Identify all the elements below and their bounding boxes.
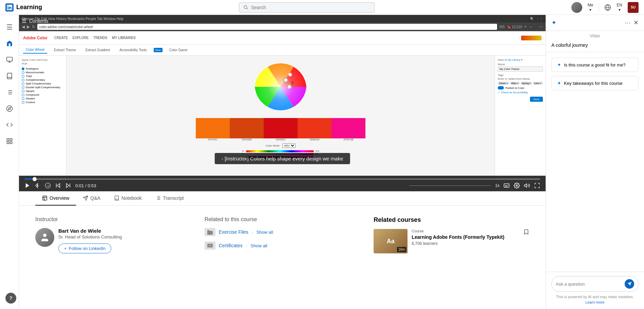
ai-header: ✦ xyxy=(551,19,556,26)
globe-icon xyxy=(604,4,611,11)
me-menu[interactable]: Me ▾ xyxy=(588,3,593,12)
search-input[interactable] xyxy=(251,5,370,10)
skip-back-button[interactable] xyxy=(55,182,61,189)
progress-bar[interactable] xyxy=(24,178,540,180)
volume-button[interactable] xyxy=(524,182,530,189)
fullscreen-button[interactable] xyxy=(534,182,540,189)
swatch-2 xyxy=(230,118,264,138)
tab-overview[interactable]: Overview xyxy=(35,191,76,206)
adobe-tabs: Color Wheel Extract Theme Extract Gradie… xyxy=(19,45,546,56)
controls-row: 30 0:01 / 0:53 ———————————————————— 1x xyxy=(24,182,540,189)
time-display: 0:01 / 0:53 xyxy=(75,183,96,188)
sidebar-home-icon[interactable] xyxy=(3,37,16,50)
subtitle-overlay: - [Instructor] Colors help shape every d… xyxy=(215,153,350,164)
settings-button[interactable] xyxy=(514,182,520,189)
exercise-files-link[interactable]: Exercise Files xyxy=(219,229,248,235)
course-save-button[interactable] xyxy=(523,229,529,253)
sidebar-learning-icon[interactable] xyxy=(3,53,16,66)
course-thumbnail: Aa 16m xyxy=(374,229,408,253)
language-menu[interactable]: EN ▾ xyxy=(617,3,622,12)
sidebar-list-icon[interactable] xyxy=(3,85,16,99)
sidebar-explore-icon[interactable] xyxy=(3,102,16,115)
skip-forward-button[interactable] xyxy=(65,182,71,189)
left-sidebar: ☰ xyxy=(0,15,19,309)
exercise-files-show-all[interactable]: Show all xyxy=(257,230,273,235)
svg-marker-11 xyxy=(8,107,11,110)
instructor-title: Sr. Head of Solutions Consulting xyxy=(58,234,122,239)
certificates-link[interactable]: Certificates xyxy=(219,243,243,248)
ask-send-button[interactable] xyxy=(625,279,634,289)
contents-menu-icon[interactable]: ☰ xyxy=(22,18,26,24)
adobe-nav: Adobe Color CREATE EXPLORE TRENDS MY LIB… xyxy=(19,31,546,45)
course-badge: Course xyxy=(412,229,519,233)
folder-icon xyxy=(205,228,215,236)
certificates-show-all[interactable]: Show all xyxy=(251,243,267,248)
svg-point-39 xyxy=(516,185,518,187)
adobe-save-button[interactable]: Save xyxy=(530,97,543,102)
follow-button[interactable]: + Follow on LinkedIn xyxy=(58,244,111,253)
color-mode-select[interactable]: HSV xyxy=(282,143,296,148)
search-bar[interactable] xyxy=(239,2,375,13)
captions-button[interactable] xyxy=(504,182,510,189)
bookmark-icon xyxy=(523,229,529,235)
sidebar-code-icon[interactable] xyxy=(3,118,16,132)
certificate-icon xyxy=(205,242,215,250)
play-button[interactable] xyxy=(24,182,31,189)
video-screenshot: Chrome File Edit View History Bookmarks … xyxy=(19,15,546,191)
course-learners: 8,706 learners xyxy=(412,241,519,246)
ask-input[interactable] xyxy=(556,282,622,287)
right-panel-header: ✦ ⋯ ✕ xyxy=(546,15,644,31)
svg-marker-56 xyxy=(627,282,631,286)
tab-qa[interactable]: Q&A xyxy=(76,191,107,206)
send-icon xyxy=(627,282,632,286)
qa-icon xyxy=(83,195,88,201)
color-wheel-svg xyxy=(253,60,308,114)
adobe-center: #F6700C #D4430B #D40B13 #EB3418 #F60C8B … xyxy=(67,56,495,191)
svg-text:30: 30 xyxy=(47,185,50,187)
right-panel-subtitle: A colorful journey xyxy=(546,40,644,52)
ai-star-icon: ✦ xyxy=(551,19,556,26)
contents-header: ☰ Contents xyxy=(22,18,48,24)
ai-fit-button[interactable]: ✦ Is this course a good fit for me? xyxy=(551,58,639,72)
sidebar-book-icon[interactable] xyxy=(3,69,16,83)
instructor-avatar xyxy=(35,228,54,247)
svg-rect-35 xyxy=(504,184,509,188)
course-title: Learning Adobe Fonts (Formerly Typekit) xyxy=(412,234,519,240)
right-panel-actions: ✦ Is this course a good fit for me? ✦ Ke… xyxy=(546,52,644,96)
more-options-button[interactable]: ⋯ xyxy=(625,19,631,26)
ai-star-fit-icon: ✦ xyxy=(557,62,561,67)
related-heading: Related to this course xyxy=(205,216,360,223)
main-content: Chrome File Edit View History Bookmarks … xyxy=(19,15,546,309)
nav-right: Me ▾ EN ▾ SU xyxy=(571,2,639,13)
tabs-bar: Overview Q&A Notebook Transcript xyxy=(19,191,546,206)
course-info: Course Learning Adobe Fonts (Formerly Ty… xyxy=(412,229,519,253)
svg-point-10 xyxy=(6,106,12,112)
svg-marker-40 xyxy=(525,184,527,188)
sidebar-grid-icon[interactable] xyxy=(3,134,16,148)
swatch-4 xyxy=(298,118,332,138)
sidebar-menu-icon[interactable]: ☰ xyxy=(3,20,16,34)
svg-rect-13 xyxy=(10,139,12,141)
svg-marker-31 xyxy=(57,184,60,188)
user-avatar[interactable] xyxy=(571,2,582,13)
ai-takeaways-button[interactable]: ✦ Key takeaways for this course xyxy=(551,76,639,90)
overview-content: Instructor Bart Van de Wiele Sr. Head of… xyxy=(19,206,546,266)
help-button[interactable]: ? xyxy=(5,293,16,304)
tab-transcript[interactable]: Transcript xyxy=(149,191,191,206)
school-logo: SU xyxy=(628,2,639,13)
search-icon xyxy=(243,5,248,10)
transcript-icon xyxy=(155,195,161,201)
swatch-3 xyxy=(264,118,298,138)
ai-disclaimer: This is powered by AI and may make mista… xyxy=(551,294,639,305)
linkedin-logo[interactable] xyxy=(5,3,14,12)
tab-notebook[interactable]: Notebook xyxy=(107,191,149,206)
speed-label[interactable]: 1x xyxy=(495,183,499,188)
forward-button[interactable]: 30 xyxy=(45,182,51,189)
browser-url-bar: ◀ ▶ ↻ color.adobe.com/create/color-wheel… xyxy=(19,22,546,31)
close-panel-button[interactable]: ✕ xyxy=(633,19,639,26)
learn-more-link[interactable]: Learn more xyxy=(585,300,604,304)
right-panel-footer: This is powered by AI and may make mista… xyxy=(546,272,644,309)
adobe-left-panel: Apply Color Harmony Rule Analogous Monoc… xyxy=(19,56,67,191)
certificates-item: Certificates · Show all xyxy=(205,242,360,250)
rewind-button[interactable] xyxy=(35,182,41,189)
